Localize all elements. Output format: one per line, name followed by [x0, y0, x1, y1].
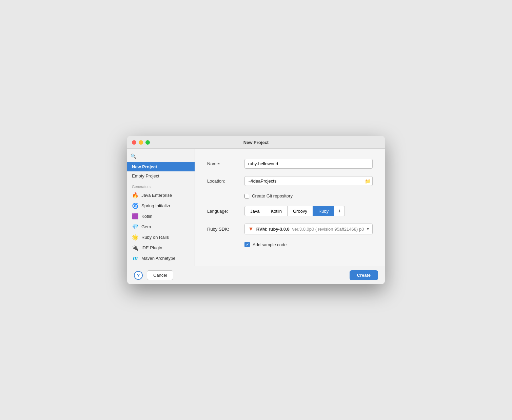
- sidebar-item-empty-project[interactable]: Empty Project: [127, 171, 195, 181]
- rvm-icon: ▼: [248, 226, 254, 232]
- add-language-button[interactable]: +: [334, 206, 344, 216]
- location-input[interactable]: [244, 176, 373, 186]
- sdk-control: ▼ RVM: ruby-3.0.0 ver.3.0.0p0 ( revision…: [244, 224, 373, 234]
- dialog-body: 🔍 New Project Empty Project Generators 🔥…: [127, 149, 385, 266]
- spring-icon: 🌀: [132, 203, 139, 209]
- window-controls: [132, 140, 150, 145]
- sdk-label: Ruby SDK:: [207, 227, 244, 232]
- footer-left: ? Cancel: [134, 270, 173, 280]
- lang-ruby[interactable]: Ruby: [313, 206, 334, 216]
- sdk-version: ver.3.0.0p0 ( revision 95aff21468) p0: [292, 227, 364, 232]
- search-bar[interactable]: 🔍: [127, 151, 195, 162]
- gem-icon: 💎: [132, 224, 139, 230]
- language-label: Language:: [207, 209, 244, 214]
- help-button[interactable]: ?: [134, 271, 143, 280]
- name-input[interactable]: [244, 159, 373, 169]
- sdk-row: Ruby SDK: ▼ RVM: ruby-3.0.0 ver.3.0.0p0 …: [207, 224, 373, 234]
- sample-code-row: Add sample code: [207, 242, 373, 247]
- language-row: Language: Java Kotlin Groovy Ruby +: [207, 206, 373, 216]
- sidebar-item-gem[interactable]: 💎 Gem: [127, 222, 195, 232]
- cancel-button[interactable]: Cancel: [147, 270, 173, 280]
- sidebar-item-java-enterprise[interactable]: 🔥 Java Enterprise: [127, 190, 195, 201]
- kotlin-icon: 🟪: [132, 213, 139, 219]
- location-label: Location:: [207, 178, 244, 184]
- sidebar-item-maven-archetype[interactable]: m Maven Archetype: [127, 253, 195, 263]
- location-row: Location: 📁: [207, 176, 373, 186]
- create-button[interactable]: Create: [350, 270, 378, 280]
- ide-plugin-icon: 🔌: [132, 245, 139, 251]
- name-row: Name:: [207, 159, 373, 169]
- dropdown-arrow-icon: ▾: [367, 227, 369, 231]
- sidebar-item-ruby-on-rails[interactable]: 🌟 Ruby on Rails: [127, 232, 195, 243]
- sidebar-item-spring-initializr[interactable]: 🌀 Spring Initializr: [127, 201, 195, 211]
- lang-java[interactable]: Java: [244, 206, 265, 216]
- java-enterprise-icon: 🔥: [132, 192, 139, 198]
- sample-code-checkbox[interactable]: [244, 242, 250, 247]
- lang-groovy[interactable]: Groovy: [287, 206, 313, 216]
- location-wrapper: 📁: [244, 176, 373, 186]
- search-icon: 🔍: [131, 153, 136, 159]
- generators-section-label: Generators: [127, 181, 195, 190]
- title-bar: New Project: [127, 136, 385, 149]
- sidebar-item-new-project[interactable]: New Project: [127, 162, 195, 171]
- sidebar: 🔍 New Project Empty Project Generators 🔥…: [127, 149, 195, 266]
- main-content: Name: Location: 📁 Create Git reposit: [195, 149, 385, 266]
- sample-code-label[interactable]: Add sample code: [253, 242, 287, 247]
- sidebar-item-ide-plugin[interactable]: 🔌 IDE Plugin: [127, 243, 195, 253]
- rails-icon: 🌟: [132, 234, 139, 240]
- name-control: [244, 159, 373, 169]
- sdk-name: RVM: ruby-3.0.0: [256, 227, 290, 232]
- git-checkbox-label[interactable]: Create Git repository: [252, 193, 293, 198]
- new-project-dialog: New Project 🔍 New Project Empty Project …: [127, 136, 385, 284]
- browse-button[interactable]: 📁: [365, 178, 371, 184]
- location-control: 📁: [244, 176, 373, 186]
- language-buttons: Java Kotlin Groovy Ruby +: [244, 206, 373, 216]
- maximize-button[interactable]: [145, 140, 150, 145]
- dialog-footer: ? Cancel Create: [127, 266, 385, 284]
- close-button[interactable]: [132, 140, 136, 145]
- sdk-dropdown[interactable]: ▼ RVM: ruby-3.0.0 ver.3.0.0p0 ( revision…: [244, 224, 373, 234]
- name-label: Name:: [207, 161, 244, 166]
- maven-icon: m: [132, 255, 139, 261]
- minimize-button[interactable]: [139, 140, 143, 145]
- window-title: New Project: [243, 140, 269, 145]
- sidebar-item-kotlin[interactable]: 🟪 Kotlin: [127, 211, 195, 222]
- sdk-dropdown-inner: ▼ RVM: ruby-3.0.0 ver.3.0.0p0 ( revision…: [248, 226, 367, 232]
- git-checkbox[interactable]: [244, 194, 249, 198]
- language-control: Java Kotlin Groovy Ruby +: [244, 206, 373, 216]
- git-checkbox-row: Create Git repository: [207, 193, 373, 198]
- lang-kotlin[interactable]: Kotlin: [265, 206, 288, 216]
